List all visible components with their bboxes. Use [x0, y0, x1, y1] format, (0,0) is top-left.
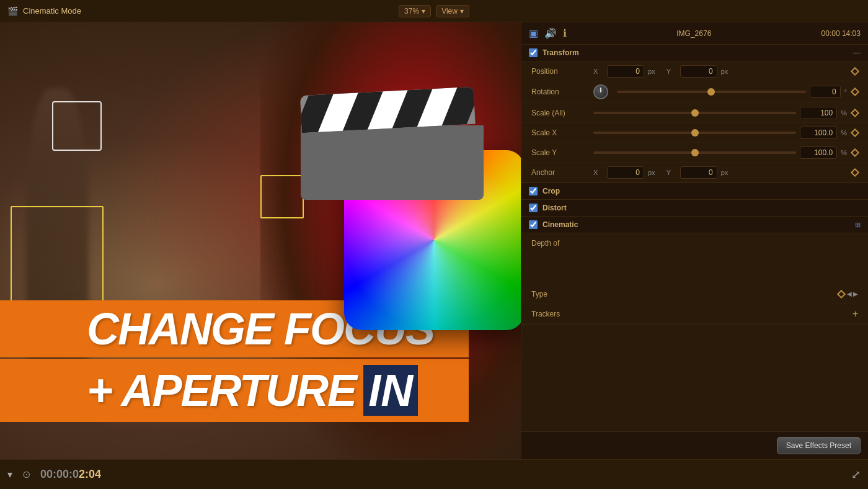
focus-box-yellow-large — [11, 206, 104, 302]
scale-y-row: Scale Y % — [521, 143, 868, 163]
clip-name: IMG_2676 — [676, 29, 711, 38]
timeline-chevron-icon[interactable]: ▾ — [7, 469, 12, 480]
trackers-label: Trackers — [531, 310, 593, 318]
panel-bottom: Save Effects Preset — [521, 431, 868, 459]
scale-y-label: Scale Y — [531, 148, 593, 157]
kf-arrow-right[interactable]: ▶ — [853, 290, 858, 297]
audio-inspector-icon[interactable]: 🔊 — [544, 27, 557, 39]
scale-y-slider[interactable] — [593, 151, 796, 154]
type-row: Type ◀ ▶ — [521, 284, 868, 304]
video-inspector-icon[interactable]: ▣ — [529, 27, 538, 39]
in-badge: IN — [363, 365, 418, 416]
view-button[interactable]: View ▾ — [436, 5, 469, 17]
panel-top-bar: ▣ 🔊 ℹ IMG_2676 00:00 14:03 — [521, 22, 868, 45]
rotation-label: Rotation — [531, 87, 593, 96]
timecode-gray: 00:00:0 — [40, 468, 79, 480]
timecode-display: 00:00:02:04 — [40, 468, 101, 481]
distort-checkbox[interactable] — [529, 204, 538, 212]
position-x-input[interactable] — [607, 65, 644, 78]
crop-title: Crop — [542, 187, 861, 195]
play-icon[interactable]: ⊙ — [22, 469, 30, 480]
rotation-knob[interactable] — [593, 84, 608, 99]
rotation-row: Rotation ° — [521, 81, 868, 103]
top-bar: 🎬 Cinematic Mode 37% ▾ View ▾ — [0, 0, 868, 22]
rotation-unit: ° — [844, 88, 847, 96]
scale-x-controls: % — [593, 127, 847, 139]
inspector: Transform — Position X px Y px — [521, 45, 868, 431]
anchor-label: Anchor — [531, 168, 593, 177]
scale-all-controls: % — [593, 107, 847, 119]
cinematic-checkbox[interactable] — [529, 220, 538, 229]
transform-checkbox[interactable] — [529, 48, 538, 57]
panel-timecode: 00:00 14:03 — [822, 29, 861, 38]
position-row: Position X px Y px — [521, 61, 868, 81]
scale-all-slider[interactable] — [593, 112, 796, 114]
focus-box-white — [52, 101, 102, 151]
crop-checkbox[interactable] — [529, 187, 538, 195]
distort-title: Distort — [542, 204, 861, 212]
film-icon: 🎬 — [7, 6, 18, 16]
type-keyframe-arrows: ◀ ▶ — [847, 290, 858, 297]
scale-y-input[interactable] — [800, 146, 837, 159]
cinematic-section-content: Depth of Type ◀ ▶ Trackers — [521, 233, 868, 325]
timecode-bold: 2:04 — [79, 468, 101, 480]
scale-y-unit: % — [841, 149, 847, 156]
position-keyframe[interactable] — [851, 66, 859, 75]
position-y-input[interactable] — [680, 65, 717, 78]
anchor-x-axis: X — [593, 169, 603, 176]
rotation-keyframe[interactable] — [851, 87, 859, 96]
top-bar-left: 🎬 Cinematic Mode — [7, 6, 399, 16]
transform-title: Transform — [542, 48, 848, 57]
overlay-text-line2: + APERTURE — [87, 368, 356, 413]
position-y-unit: px — [721, 68, 728, 75]
rotation-slider[interactable] — [617, 91, 806, 93]
anchor-x-input[interactable] — [607, 166, 644, 179]
trackers-add-button[interactable]: + — [852, 308, 858, 320]
fcp-logo — [288, 88, 521, 324]
scale-x-keyframe[interactable] — [851, 128, 859, 137]
panel-icons: ▣ 🔊 ℹ — [529, 27, 567, 39]
project-title: Cinematic Mode — [23, 6, 81, 16]
anchor-y-unit: px — [721, 169, 728, 176]
cinematic-title: Cinematic — [542, 220, 850, 229]
anchor-row: Anchor X px Y px — [521, 163, 868, 182]
orange-bg-line2: + APERTURE IN — [0, 359, 469, 422]
scale-x-unit: % — [841, 129, 847, 137]
scale-all-row: Scale (All) % — [521, 103, 868, 123]
kf-arrow-left[interactable]: ◀ — [847, 290, 852, 297]
scale-all-label: Scale (All) — [531, 109, 593, 117]
preview-area: CHANGE FOCUS + APERTURE IN — [0, 22, 521, 459]
scale-x-label: Scale X — [531, 128, 593, 137]
zoom-button[interactable]: 37% ▾ — [399, 5, 431, 17]
fullscreen-button[interactable]: ⤢ — [851, 468, 861, 482]
info-inspector-icon[interactable]: ℹ — [563, 27, 567, 39]
depth-label: Depth of — [531, 239, 559, 248]
transform-section-header[interactable]: Transform — — [521, 45, 868, 61]
anchor-controls: X px Y px — [593, 166, 847, 179]
main-content: CHANGE FOCUS + APERTURE IN — [0, 22, 868, 459]
type-label: Type — [531, 290, 593, 298]
crop-section-header[interactable]: Crop — [521, 183, 868, 200]
scale-y-keyframe[interactable] — [851, 148, 859, 156]
position-y-axis: Y — [666, 68, 676, 75]
anchor-y-axis: Y — [666, 169, 676, 176]
cinematic-section-header[interactable]: Cinematic ⊞ — [521, 217, 868, 233]
rotation-input[interactable] — [810, 86, 841, 98]
type-keyframe[interactable] — [837, 289, 846, 298]
anchor-y-input[interactable] — [680, 166, 717, 179]
anchor-x-unit: px — [648, 169, 655, 176]
position-x-unit: px — [648, 68, 655, 75]
scale-all-input[interactable] — [800, 107, 837, 119]
cinematic-expand-icon[interactable]: ⊞ — [855, 221, 861, 229]
position-label: Position — [531, 67, 593, 76]
scale-all-unit: % — [841, 109, 847, 117]
scale-all-keyframe[interactable] — [851, 108, 859, 117]
distort-section-header[interactable]: Distort — [521, 200, 868, 217]
scale-x-slider[interactable] — [593, 132, 796, 134]
scale-x-input[interactable] — [800, 127, 837, 139]
transform-dash: — — [853, 48, 861, 57]
cinematic-spacer — [521, 253, 868, 284]
trackers-row: Trackers + — [521, 304, 868, 324]
anchor-keyframe[interactable] — [851, 168, 859, 176]
save-effects-preset-button[interactable]: Save Effects Preset — [777, 437, 861, 454]
